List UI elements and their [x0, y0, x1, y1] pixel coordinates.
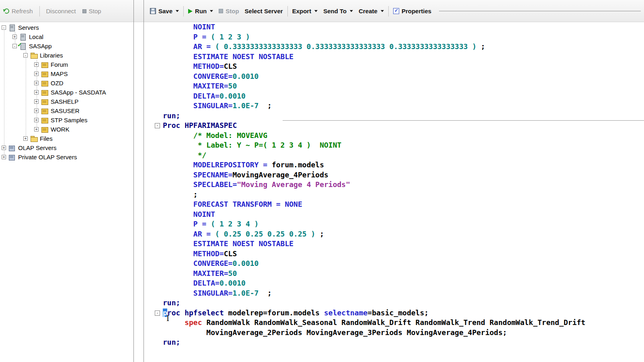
code-line[interactable]: P = ( 1 2 3 ) — [144, 32, 644, 42]
expand-icon[interactable]: + — [34, 90, 39, 95]
create-dropdown-caret[interactable] — [381, 10, 384, 12]
code-line[interactable]: run; — [144, 298, 644, 308]
code-line[interactable]: MAXITER=50 — [144, 269, 644, 279]
tree-item-olap-servers[interactable]: +OLAP Servers — [0, 143, 133, 152]
code-line[interactable]: CONVERGE=0.0010 — [144, 72, 644, 82]
code-line[interactable]: SINGULAR=1.0E-7 ; — [144, 101, 644, 111]
code-text: * Label: Y ~ P=( 1 2 3 4 ) NOINT — [163, 140, 341, 150]
code-segment: CLS — [224, 62, 237, 70]
code-line[interactable]: AR = ( 0.3333333333333333 0.333333333333… — [144, 42, 644, 52]
collapse-icon[interactable]: - — [12, 44, 17, 48]
code-line[interactable]: ; — [144, 190, 644, 200]
code-line[interactable]: DELTA=0.0010 — [144, 91, 644, 101]
code-line[interactable]: ESTIMATE NOEST NOSTABLE — [144, 239, 644, 249]
code-line[interactable]: run; — [144, 111, 644, 121]
properties-button[interactable]: Properties — [390, 5, 434, 17]
code-segment: METHOD= — [163, 249, 224, 258]
code-line[interactable]: */ — [144, 150, 644, 160]
code-line[interactable]: FORECAST TRANSFORM = NONE — [144, 200, 644, 210]
code-line[interactable]: MODELREPOSITORY = forum.models — [144, 160, 644, 170]
expand-icon[interactable]: + — [34, 72, 39, 76]
code-line[interactable]: DELTA=0.0010 — [144, 278, 644, 288]
code-line[interactable]: /* Model: MOVEAVG — [144, 131, 644, 141]
tree-item-private-olap-servers[interactable]: +Private OLAP Servers — [0, 152, 133, 162]
code-line[interactable]: CONVERGE=0.0010 — [144, 259, 644, 269]
toolbar-separator — [287, 6, 288, 16]
folder-icon — [30, 136, 38, 142]
tree-item-maps[interactable]: +MAPS — [0, 69, 133, 78]
code-line[interactable]: SPECNAME=MovingAverage_4Periods — [144, 170, 644, 180]
send-to-button[interactable]: Send To — [320, 5, 356, 17]
tree-item-libraries[interactable]: -Libraries — [0, 51, 133, 60]
stop-button[interactable]: Stop — [216, 5, 242, 17]
code-line[interactable]: SINGULAR=1.0E-7 ; — [144, 288, 644, 298]
stop-button-sidebar[interactable]: Stop — [81, 8, 103, 14]
code-line[interactable]: * Label: Y ~ P=( 1 2 3 4 ) NOINT — [144, 140, 644, 150]
expand-icon[interactable]: + — [34, 118, 39, 122]
fold-collapse-icon[interactable]: - — [155, 311, 160, 316]
code-segment: forum.models — [272, 160, 324, 169]
tree-item-servers[interactable]: -Servers — [0, 23, 133, 32]
expand-icon[interactable]: + — [2, 146, 6, 150]
fold-margin — [144, 180, 163, 190]
create-button[interactable]: Create — [356, 5, 387, 17]
select-server-label: Select Server — [245, 8, 283, 14]
select-server-button[interactable]: Select Server — [242, 5, 286, 17]
code-line[interactable]: METHOD=CLS — [144, 62, 644, 72]
code-line[interactable]: run; — [144, 337, 644, 348]
save-button[interactable]: Save — [147, 5, 182, 17]
code-area[interactable]: I NOINT P = ( 1 2 3 ) AR = ( 0.333333333… — [144, 22, 644, 362]
expand-icon[interactable]: + — [34, 127, 39, 132]
expand-icon[interactable]: + — [34, 81, 39, 85]
editor-toolbar: Save Run Stop Select Server Export Send … — [144, 0, 644, 22]
fold-margin — [144, 190, 163, 200]
expand-icon[interactable]: + — [12, 35, 17, 39]
expand-icon[interactable]: + — [34, 99, 39, 104]
code-segment: SINGULAR= — [163, 101, 232, 110]
sidebar-toolbar: Refresh Disconnect Stop — [0, 0, 133, 22]
code-segment: CONVERGE= — [163, 259, 232, 267]
code-line[interactable]: METHOD=CLS — [144, 249, 644, 259]
code-text: run; — [163, 337, 180, 348]
expand-icon[interactable]: + — [34, 109, 39, 113]
code-segment: run; — [163, 298, 180, 307]
code-text: DELTA=0.0010 — [163, 91, 246, 101]
tree-item-sasuser[interactable]: +SASUSER — [0, 106, 133, 115]
refresh-button[interactable]: Refresh — [2, 8, 35, 14]
export-dropdown-caret[interactable] — [314, 10, 318, 12]
send-to-dropdown-caret[interactable] — [350, 10, 353, 12]
collapse-icon[interactable]: - — [2, 25, 6, 30]
expand-icon[interactable]: + — [23, 136, 28, 141]
run-label: Run — [195, 8, 207, 14]
collapse-icon[interactable]: - — [23, 53, 28, 58]
tree-item-sashelp[interactable]: +SASHELP — [0, 97, 133, 106]
expand-icon[interactable]: + — [34, 62, 39, 67]
code-line[interactable]: NOINT — [144, 210, 644, 220]
disconnect-button[interactable]: Disconnect — [45, 8, 78, 14]
run-dropdown-caret[interactable] — [210, 10, 213, 12]
code-line[interactable]: SPECLABEL="Moving Average 4 Periods" — [144, 180, 644, 190]
tree-item-files[interactable]: +Files — [0, 134, 133, 143]
code-line[interactable]: MovingAverage_2Periods MovingAverage_3Pe… — [144, 328, 644, 338]
tree-item-forum[interactable]: +Forum — [0, 60, 133, 69]
run-button[interactable]: Run — [185, 5, 216, 17]
expand-icon[interactable]: + — [2, 155, 6, 159]
fold-collapse-icon[interactable]: - — [155, 123, 160, 128]
tree-item-sasapp-sasdata[interactable]: +SASApp - SASDATA — [0, 88, 133, 97]
code-line[interactable]: -proc hpfselect modelrep=forum.models se… — [144, 308, 644, 318]
code-line[interactable]: P = ( 1 2 3 4 ) — [144, 219, 644, 229]
code-line[interactable]: -Proc HPFARIMASPEC — [144, 121, 644, 131]
code-line[interactable]: MAXITER=50 — [144, 81, 644, 91]
server-tree[interactable]: -Servers+Local-SASApp-Libraries+Forum+MA… — [0, 22, 133, 362]
export-button[interactable]: Export — [289, 5, 321, 17]
code-line[interactable]: spec RandomWalk RandomWalk_Seasonal Rand… — [144, 318, 644, 328]
tree-item-stp-samples[interactable]: +STP Samples — [0, 115, 133, 125]
code-line[interactable]: ESTIMATE NOEST NOSTABLE — [144, 52, 644, 62]
code-line[interactable]: NOINT — [144, 22, 644, 32]
tree-item-local[interactable]: +Local — [0, 32, 133, 41]
save-dropdown-caret[interactable] — [176, 10, 179, 12]
code-line[interactable]: AR = ( 0.25 0.25 0.25 0.25 ) ; — [144, 229, 644, 239]
tree-item-sasapp[interactable]: -SASApp — [0, 41, 133, 51]
tree-item-ozd[interactable]: +OZD — [0, 78, 133, 88]
tree-item-work[interactable]: +WORK — [0, 125, 133, 134]
